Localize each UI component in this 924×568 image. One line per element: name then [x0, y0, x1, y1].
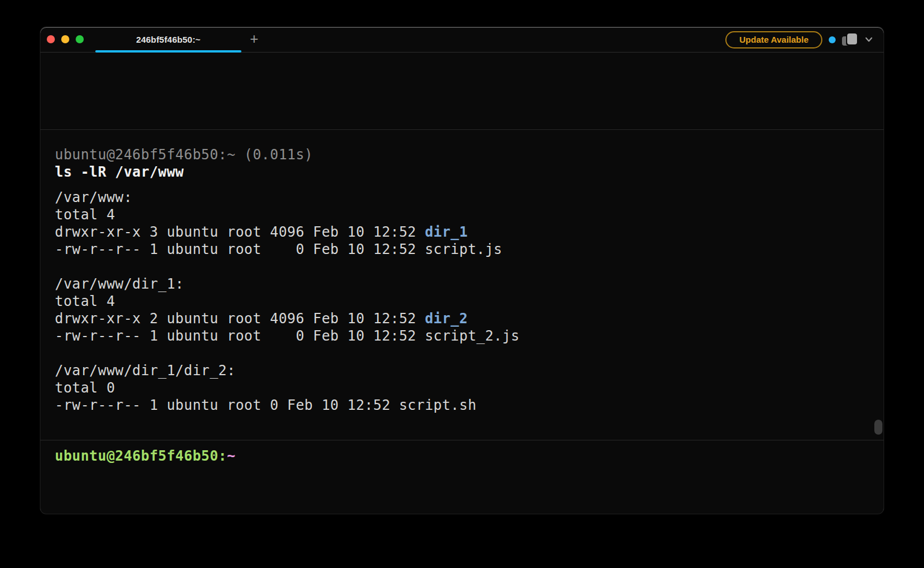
zoom-icon[interactable] [76, 35, 84, 43]
update-available-button[interactable]: Update Available [725, 31, 822, 48]
active-tab-indicator [95, 50, 241, 53]
block-context-line: ubuntu@246bf5f46b50:~ (0.011s) [55, 146, 869, 163]
tab-active[interactable]: 246bf5f46b50:~ [95, 27, 241, 52]
new-tab-button[interactable]: + [246, 27, 262, 52]
window-controls [47, 35, 84, 43]
prompt-line: ubuntu@246bf5f46b50:~ [55, 447, 869, 465]
output-line: -rw-r--r-- 1 ubuntu root 0 Feb 10 12:52 … [55, 397, 869, 414]
panes-icon[interactable] [842, 33, 858, 47]
output-line [55, 258, 869, 275]
close-icon[interactable] [47, 35, 55, 43]
output-line [55, 345, 869, 362]
prompt-user-host: ubuntu@246bf5f46b50: [55, 448, 227, 464]
notification-dot-icon [829, 36, 836, 43]
output-line: /var/www/dir_1/dir_2: [55, 362, 869, 379]
chevron-down-icon[interactable] [865, 35, 873, 44]
output-line: total 0 [55, 379, 869, 397]
command-output: /var/www:total 4drwxr-xr-x 3 ubuntu root… [55, 189, 869, 414]
output-line: -rw-r--r-- 1 ubuntu root 0 Feb 10 12:52 … [55, 241, 869, 258]
output-line: total 4 [55, 206, 869, 223]
output-line: drwxr-xr-x 2 ubuntu root 4096 Feb 10 12:… [55, 310, 869, 327]
prompt-block[interactable]: ubuntu@246bf5f46b50:~ [40, 440, 884, 514]
command-text: ls -lR /var/www [55, 163, 869, 181]
previous-empty-block[interactable] [40, 53, 884, 130]
output-line: /var/www: [55, 189, 869, 206]
titlebar: 246bf5f46b50:~ + Update Available [40, 27, 884, 53]
minimize-icon[interactable] [61, 35, 69, 43]
pane-front-shape [847, 33, 857, 44]
titlebar-right-controls: Update Available [725, 27, 884, 52]
output-line: /var/www/dir_1: [55, 275, 869, 293]
scrollbar-thumb[interactable] [874, 420, 882, 435]
terminal-window: 246bf5f46b50:~ + Update Available ubuntu… [40, 27, 884, 514]
output-line: total 4 [55, 293, 869, 310]
output-line: -rw-r--r-- 1 ubuntu root 0 Feb 10 12:52 … [55, 327, 869, 345]
prompt-path: ~ [227, 448, 236, 464]
tab-title: 246bf5f46b50:~ [136, 35, 201, 44]
command-block[interactable]: ubuntu@246bf5f46b50:~ (0.011s) ls -lR /v… [40, 130, 884, 440]
output-line: drwxr-xr-x 3 ubuntu root 4096 Feb 10 12:… [55, 223, 869, 241]
